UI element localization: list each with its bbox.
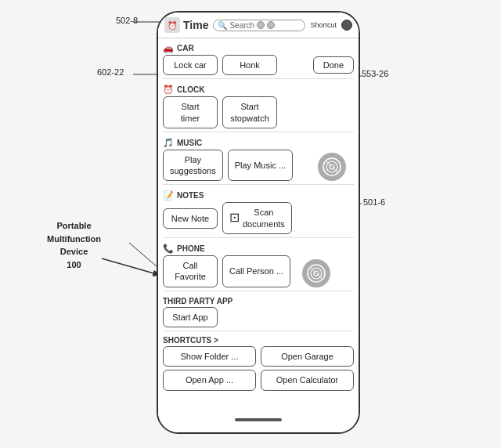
scan-icon: ⊡ [229, 210, 240, 226]
annotation-602-22: 602-22 [97, 67, 124, 77]
phone-icon: 📞 [163, 244, 174, 254]
section-notes-header: 📝 NOTES [163, 187, 354, 202]
fingerprint-svg-phone [306, 263, 326, 284]
done-button[interactable]: Done [313, 56, 354, 74]
app-icon: ⏰ [164, 17, 180, 33]
clock-buttons-row: Starttimer Startstopwatch [163, 96, 354, 128]
search-bar[interactable]: 🔍 Search [213, 20, 305, 31]
play-suggestions-button[interactable]: Playsuggestions [163, 150, 223, 182]
annotation-501-6: 501-6 [363, 197, 385, 207]
play-music-button[interactable]: Play Music ... [228, 150, 293, 182]
shortcuts-header[interactable]: SHORTCUTS > [163, 334, 354, 346]
home-indicator [235, 418, 282, 421]
lock-car-button[interactable]: Lock car [163, 55, 218, 75]
fingerprint-icon-phone [302, 259, 330, 287]
section-thirdparty-header: THIRD PARTY APP [163, 294, 354, 307]
microphone-icon[interactable] [341, 20, 352, 31]
notes-buttons-row: New Note ⊡Scandocuments [163, 202, 354, 234]
thirdparty-label: THIRD PARTY APP [163, 297, 232, 305]
start-app-button[interactable]: Start App [163, 307, 218, 327]
fingerprint-svg-music [322, 157, 342, 177]
car-buttons-row: Lock car Honk Done [163, 55, 354, 75]
svg-line-6 [129, 243, 157, 266]
scroll-content[interactable]: 🚗 CAR Lock car Honk Done ⏰ CLOCK [158, 38, 359, 428]
phone-screen: ⏰ Time 🔍 Search Shortcut 🚗 CAR [158, 13, 359, 432]
power-button[interactable] [359, 75, 360, 107]
shortcuts-row-1: Show Folder ... Open Garage [163, 346, 354, 367]
open-calculator-button[interactable]: Open Calculator [261, 370, 354, 390]
divider-thirdparty [163, 331, 354, 331]
notes-label: NOTES [177, 191, 204, 200]
start-timer-button[interactable]: Starttimer [163, 96, 218, 128]
search-icon: 🔍 [218, 21, 227, 30]
section-car-header: 🚗 CAR [163, 40, 354, 55]
music-icon: 🎵 [163, 138, 174, 148]
car-icon: 🚗 [163, 43, 174, 53]
clock-label: CLOCK [177, 85, 205, 94]
start-stopwatch-button[interactable]: Startstopwatch [222, 96, 277, 128]
car-action-buttons: Lock car Honk [163, 55, 313, 75]
thirdparty-buttons-row: Start App [163, 307, 354, 327]
shortcuts-row-2: Open App ... Open Calculator [163, 370, 354, 390]
page-container: 502-8 602-22 553-26 553-32 553-30 501-6 … [0, 0, 501, 448]
call-favorite-button[interactable]: CallFavorite [163, 255, 218, 287]
divider-music [163, 184, 354, 185]
fingerprint-icon-music [318, 153, 346, 181]
divider-notes [163, 237, 354, 238]
divider-car [163, 78, 354, 79]
divider-phone [163, 291, 354, 291]
call-person-button[interactable]: Call Person ... [222, 255, 290, 287]
section-clock-header: ⏰ CLOCK [163, 81, 354, 96]
notes-icon: 📝 [163, 190, 174, 201]
device-label: PortableMultifunctionDevice100 [47, 219, 101, 271]
phone-device: ⏰ Time 🔍 Search Shortcut 🚗 CAR [157, 11, 360, 434]
app-title: Time [183, 19, 208, 31]
open-app-button[interactable]: Open App ... [163, 370, 256, 390]
phone-label: PHONE [177, 244, 205, 253]
section-phone-header: 📞 PHONE [163, 240, 354, 255]
svg-line-9 [102, 258, 157, 274]
music-label: MUSIC [177, 139, 202, 147]
section-music-header: 🎵 MUSIC [163, 135, 354, 150]
dot-button-2[interactable] [267, 21, 275, 29]
search-label: Search [229, 21, 254, 30]
car-label: CAR [177, 44, 194, 52]
shortcut-label: Shortcut [310, 21, 337, 29]
annotation-502-8: 502-8 [116, 16, 138, 25]
annotation-553-26: 553-26 [362, 69, 388, 78]
divider-clock [163, 132, 354, 132]
honk-button[interactable]: Honk [222, 55, 277, 75]
show-folder-button[interactable]: Show Folder ... [163, 346, 256, 367]
open-garage-button[interactable]: Open Garage [261, 346, 354, 367]
clock-icon: ⏰ [163, 85, 174, 95]
new-note-button[interactable]: New Note [163, 208, 218, 229]
dot-button-1[interactable] [257, 21, 265, 29]
header-bar: ⏰ Time 🔍 Search Shortcut [158, 13, 359, 38]
scan-documents-button[interactable]: ⊡Scandocuments [222, 202, 292, 234]
